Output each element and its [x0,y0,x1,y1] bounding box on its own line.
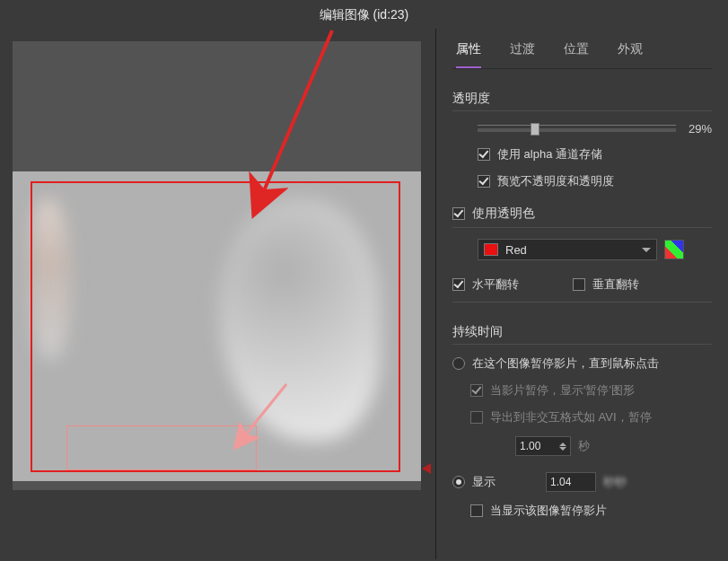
preview-canvas[interactable] [13,41,421,490]
pause-radio[interactable] [452,357,465,370]
opacity-value: 29% [689,122,712,136]
opacity-slider[interactable] [478,128,676,132]
opacity-header: 透明度 [452,91,712,111]
show-seconds-suffix: 秒秒 [603,474,627,490]
duration-header: 持续时间 [452,324,712,345]
section-opacity: 透明度 29% 使用 alpha 通道存储 预览不透明度和透明度 [452,91,712,189]
spinner-icon [559,443,566,451]
color-swatch-icon [484,243,498,256]
tabs: 属性 过渡 位置 外观 [452,29,712,69]
show-seconds-value: 1.04 [550,476,571,488]
pause-export-checkbox [470,411,483,424]
alpha-channel-label: 使用 alpha 通道存储 [497,146,602,162]
section-duration: 持续时间 在这个图像暂停影片，直到鼠标点击 当影片暂停，显示'暂停'图形 导出到… [452,324,712,519]
preview-opacity-label: 预览不透明度和透明度 [497,173,614,189]
flip-horizontal-checkbox[interactable] [452,278,465,291]
preview-opacity-checkbox[interactable] [478,175,490,188]
section-transparent-color: 使用透明色 Red [452,206,712,260]
transparent-color-checkbox[interactable] [452,207,465,220]
show-pausemovie-checkbox[interactable] [470,504,483,517]
show-radio-label: 显示 [472,474,496,490]
flip-horizontal-label: 水平翻转 [472,276,519,293]
pause-seconds-unit: 秒 [578,438,590,454]
flip-vertical-label: 垂直翻转 [592,276,639,293]
tab-appearance[interactable]: 外观 [618,38,643,68]
preview-pane [0,29,435,559]
transparent-color-dropdown[interactable]: Red [478,239,657,260]
pause-showpause-checkbox [470,384,483,397]
show-pausemovie-label: 当显示该图像暂停影片 [490,503,607,519]
pause-showpause-label: 当影片暂停，显示'暂停'图形 [490,382,635,399]
section-flip: 水平翻转 垂直翻转 [452,276,712,302]
chevron-down-icon [642,248,651,252]
transparent-color-label: 使用透明色 [472,206,535,222]
transparent-color-value: Red [505,243,635,257]
properties-panel: 属性 过渡 位置 外观 透明度 29% 使用 alpha 通道存储 [435,29,728,559]
tab-transition[interactable]: 过渡 [510,38,535,68]
pause-seconds-input: 1.00 [515,436,571,456]
opacity-slider-thumb[interactable] [531,123,539,136]
pause-radio-label: 在这个图像暂停影片，直到鼠标点击 [472,355,659,372]
red-marker-triangle [422,463,431,474]
tab-position[interactable]: 位置 [564,38,589,68]
show-seconds-input[interactable]: 1.04 [546,472,596,492]
dialog-title: 编辑图像 (id:23) [0,0,728,29]
alpha-channel-checkbox[interactable] [478,148,490,161]
show-radio[interactable] [452,476,465,488]
color-picker-button[interactable] [664,240,684,259]
tab-properties[interactable]: 属性 [456,38,481,68]
flip-vertical-checkbox[interactable] [573,278,585,291]
pause-seconds-value: 1.00 [520,440,540,452]
pause-export-label: 导出到非交互格式如 AVI，暂停 [490,409,652,425]
